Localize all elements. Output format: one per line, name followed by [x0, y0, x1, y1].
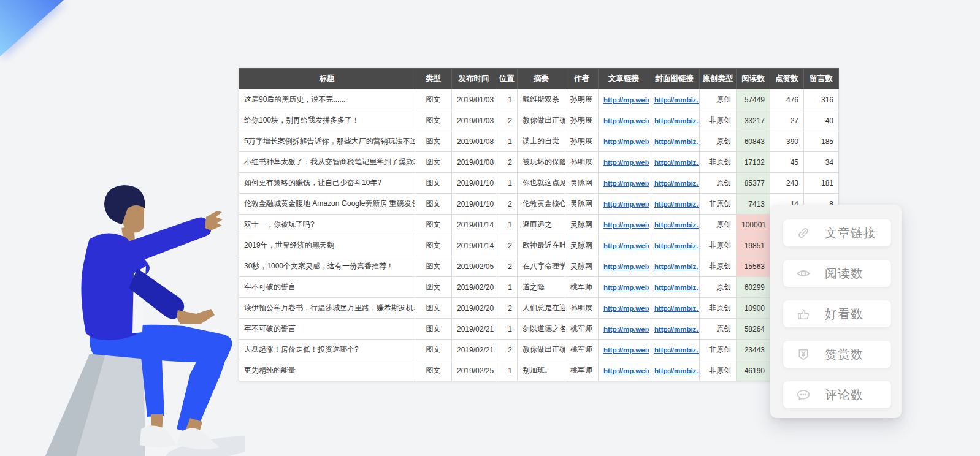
cell-likes: 390: [770, 131, 804, 152]
cover-image-link[interactable]: http://mmbiz.c: [654, 221, 700, 229]
cell-title: 给你100块，别再给我发拼多多了！: [239, 110, 415, 131]
person-illustration: [37, 172, 245, 456]
cell-summary: 欧神最近在吐: [518, 235, 565, 256]
cell-link: http://mp.weix: [599, 152, 649, 173]
cell-pos: 1: [496, 89, 518, 110]
cell-comments: 34: [804, 152, 839, 173]
column-header-date: 发布时间: [452, 69, 496, 89]
cell-type: 图文: [415, 340, 452, 360]
cell-summary: 被玩坏的保险: [518, 152, 565, 173]
cover-image-link[interactable]: http://mmbiz.c: [654, 325, 700, 333]
cell-type: 图文: [415, 152, 452, 173]
cell-date: 2019/01/14: [452, 235, 496, 256]
cover-image-link[interactable]: http://mmbiz.c: [654, 138, 700, 145]
cell-summary: 避而远之: [518, 215, 565, 235]
column-header-pos: 位置: [496, 69, 518, 89]
cell-comments: 40: [804, 110, 839, 131]
panel-item-thumb-up[interactable]: 好看数: [783, 300, 891, 327]
yen-badge-icon: [795, 346, 811, 362]
cell-title: 读伊顿公学万卷书，行温莎城堡万里路，赚希斯罗机场: [239, 298, 415, 319]
cell-reads: 100001: [737, 215, 770, 235]
cover-image-link[interactable]: http://mmbiz.c: [654, 263, 700, 270]
article-link[interactable]: http://mp.weix: [603, 117, 649, 124]
cover-image-link[interactable]: http://mmbiz.c: [654, 200, 700, 208]
article-link[interactable]: http://mp.weix: [603, 221, 649, 229]
panel-item-eye[interactable]: 阅读数: [783, 260, 891, 287]
article-link[interactable]: http://mp.weix: [603, 367, 649, 374]
cell-title: 这届90后的黑历史，说不完......: [239, 89, 415, 110]
cell-author: 桃军师: [565, 319, 599, 340]
cell-link: http://mp.weix: [599, 215, 649, 235]
cell-reads: 17132: [737, 152, 770, 173]
article-link[interactable]: http://mp.weix: [603, 346, 649, 354]
cover-image-link[interactable]: http://mmbiz.c: [654, 242, 700, 249]
cell-orig: 非原创: [700, 360, 737, 381]
cell-title: 更为精纯的能量: [239, 360, 415, 381]
cell-pos: 2: [496, 152, 518, 173]
cell-pos: 1: [496, 277, 518, 298]
panel-item-comment[interactable]: 评论数: [783, 381, 891, 408]
cover-image-link[interactable]: http://mmbiz.c: [654, 305, 700, 312]
cell-orig: 原创: [700, 277, 737, 298]
table-row: 2019年，世界经济的黑天鹅图文2019/01/142欧神最近在吐灵脉网http…: [239, 235, 839, 256]
cell-summary: 你也就这点见: [518, 173, 565, 194]
article-link[interactable]: http://mp.weix: [603, 200, 649, 208]
cover-image-link[interactable]: http://mmbiz.c: [654, 117, 700, 124]
cell-summary: 勿以道德之名: [518, 319, 565, 340]
cell-date: 2019/01/14: [452, 215, 496, 235]
cell-cover: http://mmbiz.c: [649, 110, 700, 131]
cover-image-link[interactable]: http://mmbiz.c: [654, 180, 700, 187]
article-link[interactable]: http://mp.weix: [603, 263, 649, 270]
article-link[interactable]: http://mp.weix: [603, 284, 649, 291]
article-link[interactable]: http://mp.weix: [603, 305, 649, 312]
article-link[interactable]: http://mp.weix: [603, 180, 649, 187]
cell-summary: 别加班。: [518, 360, 565, 381]
cell-date: 2019/02/20: [452, 298, 496, 319]
column-header-summary: 摘要: [518, 69, 565, 89]
cover-image-link[interactable]: http://mmbiz.c: [654, 96, 700, 104]
cell-pos: 2: [496, 235, 518, 256]
cell-date: 2019/02/20: [452, 277, 496, 298]
cell-date: 2019/01/03: [452, 110, 496, 131]
cell-reads: 57449: [737, 89, 770, 110]
table-row: 读伊顿公学万卷书，行温莎城堡万里路，赚希斯罗机场图文2019/02/202人们总…: [239, 298, 839, 319]
cover-image-link[interactable]: http://mmbiz.c: [654, 159, 700, 166]
cell-type: 图文: [415, 110, 452, 131]
cell-cover: http://mmbiz.c: [649, 319, 700, 340]
cell-orig: 非原创: [700, 235, 737, 256]
cell-link: http://mp.weix: [599, 131, 649, 152]
cell-title: 双十一，你被坑了吗?: [239, 215, 415, 235]
cell-author: 灵脉网: [565, 194, 599, 215]
cell-cover: http://mmbiz.c: [649, 235, 700, 256]
article-link[interactable]: http://mp.weix: [603, 96, 649, 104]
cell-link: http://mp.weix: [599, 340, 649, 360]
cell-orig: 原创: [700, 215, 737, 235]
panel-item-link[interactable]: 文章链接: [783, 219, 891, 246]
cell-type: 图文: [415, 131, 452, 152]
cell-summary: 人们总是在迎: [518, 298, 565, 319]
cell-link: http://mp.weix: [599, 89, 649, 110]
article-link[interactable]: http://mp.weix: [603, 242, 649, 249]
cell-title: 如何更有策略的赚钱，让自己少奋斗10年?: [239, 173, 415, 194]
cover-image-link[interactable]: http://mmbiz.c: [654, 346, 700, 354]
cell-cover: http://mmbiz.c: [649, 173, 700, 194]
cell-likes: 476: [770, 89, 804, 110]
cell-summary: 在八字命理学: [518, 256, 565, 277]
column-header-type: 类型: [415, 69, 452, 89]
article-link[interactable]: http://mp.weix: [603, 325, 649, 333]
column-header-author: 作者: [565, 69, 599, 89]
article-link[interactable]: http://mp.weix: [603, 138, 649, 145]
cell-link: http://mp.weix: [599, 360, 649, 381]
cover-image-link[interactable]: http://mmbiz.c: [654, 367, 700, 374]
cell-date: 2019/02/05: [452, 256, 496, 277]
article-link[interactable]: http://mp.weix: [603, 159, 649, 166]
cell-likes: 243: [770, 173, 804, 194]
panel-item-label: 评论数: [825, 387, 863, 403]
panel-item-yen-badge[interactable]: 赞赏数: [783, 341, 891, 368]
cell-date: 2019/01/08: [452, 152, 496, 173]
corner-triangle-decoration: [0, 0, 74, 64]
cover-image-link[interactable]: http://mmbiz.c: [654, 284, 700, 291]
cell-author: 桃军师: [565, 340, 599, 360]
cell-cover: http://mmbiz.c: [649, 215, 700, 235]
cell-reads: 60843: [737, 131, 770, 152]
